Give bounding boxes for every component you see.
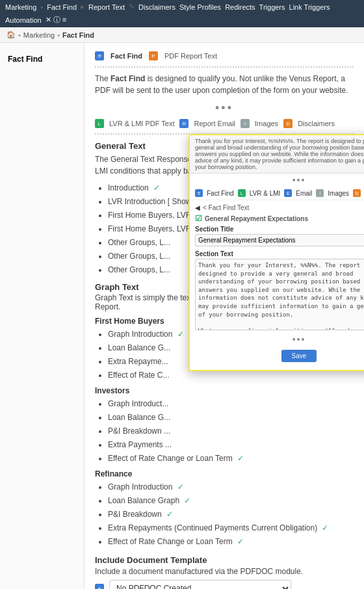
list-item[interactable]: P&I Breakdown ✓ [108, 508, 354, 520]
list-item[interactable]: Extra Repayments (Continued Payments Cur… [108, 522, 354, 534]
investors-heading: Investors [95, 386, 354, 395]
breadcrumb-marketing[interactable]: Marketing [23, 31, 55, 39]
popup-section-title-label: Section Title [195, 226, 364, 233]
popup-breadcrumb: ◀ < Fact Find Text [195, 204, 364, 211]
disclaimers-icon: D [283, 119, 292, 128]
nav-fact-find[interactable]: Fact Find [47, 3, 77, 11]
pdf-icon: P [149, 51, 158, 60]
tab-fact-find[interactable]: Fact Find [108, 51, 145, 61]
tab-row-1: ff Fact Find P PDF Report Text [95, 51, 354, 61]
tab-lvr-lmi[interactable]: LVR & LMI PDF Text [109, 120, 174, 127]
popup-img-icon: I [316, 189, 324, 197]
nav-redirects[interactable]: Redirects [225, 3, 255, 11]
tab-row-2: L LVR & LMI PDF Text R Report Email I Im… [95, 119, 354, 128]
images-icon: I [240, 119, 250, 128]
popup-save-button[interactable]: Save [281, 350, 317, 362]
nav-report-text[interactable]: Report Text [88, 3, 125, 11]
divider-1 [95, 66, 354, 68]
investors-list: Graph Introduct... Loan Balance G... P&I… [108, 398, 354, 464]
refinance-list: Graph Introduction ✓ Loan Balance Graph … [108, 481, 354, 547]
list-item[interactable]: Effect of Rate Change or Loan Term ✓ [108, 536, 354, 547]
list-item[interactable]: Effect of Rate Change or Loan Term ✓ [108, 452, 354, 464]
popup-lvr-icon: L [238, 189, 246, 197]
include-doc-desc: Include a document manufactured via the … [95, 567, 354, 576]
popup-tab-email[interactable]: Email [296, 190, 312, 197]
add-pdfdoc-icon[interactable]: + [95, 584, 104, 589]
home-icon[interactable]: 🏠 [6, 31, 16, 39]
sidebar: Fact Find [0, 43, 84, 589]
nav-style-profiles[interactable]: Style Profiles [179, 3, 221, 11]
popup-section-label: ☑ General Repayment Expectations [195, 214, 364, 223]
list-item[interactable]: Graph Introduction ✓ [108, 481, 354, 493]
nav-link-triggers[interactable]: Link Triggers [289, 3, 330, 11]
popup-section-text-label: Section Text [195, 250, 364, 257]
popup-top-bar: Thank you for your Interest, %%N%%. The … [190, 135, 364, 174]
ff-icon: ff [95, 51, 104, 60]
tab-disclaimers[interactable]: Disclaimers [298, 120, 335, 127]
tab-report-email[interactable]: Report Email [194, 120, 235, 127]
breadcrumb: 🏠 • Marketing • Fact Find [0, 27, 364, 43]
sidebar-item-fact-find[interactable]: Fact Find [0, 49, 84, 69]
popup-disc-icon: D [353, 189, 361, 197]
popup-ff-icon: ff [195, 189, 203, 197]
include-document-section: Include Document Template Include a docu… [95, 555, 354, 589]
list-item[interactable]: Graph Introduct... [108, 398, 354, 410]
top-navigation: Marketing • Fact Find ▸ Report Text ✎ Di… [0, 0, 364, 27]
list-item[interactable]: Loan Balance G... [108, 412, 354, 423]
tab-images[interactable]: Images [255, 120, 278, 127]
popup-check-icon: ☑ [195, 214, 202, 223]
content-area: ff Fact Find P PDF Report Text The Fact … [84, 43, 364, 589]
popup-tab-row: ff Fact Find L LVR & LMI E Email I Image… [190, 187, 364, 200]
popup-tab-images[interactable]: Images [328, 190, 349, 197]
list-item[interactable]: Loan Balance Graph ✓ [108, 495, 354, 506]
popup-section-name: General Repayment Expectations [205, 215, 308, 222]
pdfdoc-select[interactable]: No PDFDOC Created [109, 580, 291, 589]
popup-content: ◀ < Fact Find Text ☑ General Repayment E… [190, 200, 364, 370]
breadcrumb-fact-find[interactable]: Fact Find [62, 31, 94, 39]
nav-disclaimers[interactable]: Disclaimers [138, 3, 176, 11]
popup-overlay: Thank you for your Interest, %%N%%. The … [188, 134, 364, 371]
popup-section-title-input[interactable] [195, 234, 364, 246]
nav-icons: ✕ ⓘ ≡ [46, 15, 67, 25]
report-email-icon: R [179, 119, 188, 128]
dots-1: ••• [95, 101, 354, 115]
popup-tab-lvr[interactable]: LVR & LMI [250, 190, 281, 197]
include-doc-heading: Include Document Template [95, 555, 354, 565]
popup-dots-top: ••• [190, 174, 364, 187]
popup-top-desc: Thank you for your Interest, %%N%%. The … [195, 138, 364, 170]
nav-triggers[interactable]: Triggers [259, 3, 285, 11]
popup-dots-bottom: ••• [195, 332, 364, 347]
main-description: The Fact Find is designed to qualify you… [95, 73, 354, 96]
list-item[interactable]: Extra Payments ... [108, 439, 354, 451]
tab-pdf-report-text[interactable]: PDF Report Text [162, 51, 220, 61]
popup-breadcrumb-label[interactable]: < Fact Find Text [203, 204, 249, 211]
nav-marketing[interactable]: Marketing [5, 3, 36, 11]
refinance-heading: Refinance [95, 469, 354, 478]
list-item[interactable]: P&I Breakdown ... [108, 425, 354, 437]
nav-automation[interactable]: Automation [5, 16, 42, 24]
lvr-icon: L [95, 119, 104, 128]
popup-tab-factfind[interactable]: Fact Find [207, 190, 234, 197]
popup-section-textarea[interactable]: Thank you for your Interest, %%N%%. The … [195, 259, 364, 330]
popup-email-icon: E [284, 189, 292, 197]
